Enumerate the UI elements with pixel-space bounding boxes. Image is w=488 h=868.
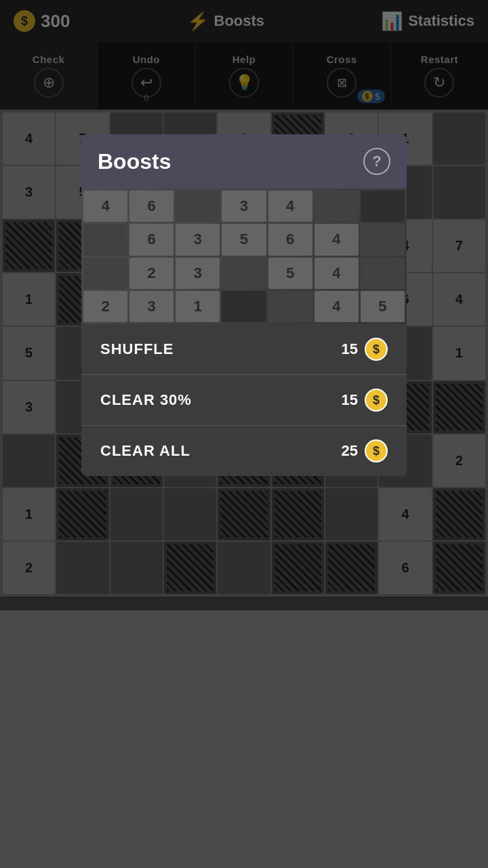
modal-bg-cell xyxy=(268,291,312,322)
modal-bg-cell xyxy=(222,291,266,322)
clearall-price-coin: $ xyxy=(365,439,388,462)
clear30-price-value: 15 xyxy=(342,391,358,409)
shuffle-boost-price: 15 $ xyxy=(342,338,388,361)
modal-bg-cell: 4 xyxy=(314,224,359,255)
modal-bg-cell: 6 xyxy=(129,224,174,255)
modal-header: Boosts ? xyxy=(81,134,407,189)
modal-bg-cell: 3 xyxy=(129,291,174,322)
clearall-price-value: 25 xyxy=(342,442,358,460)
bottom-area xyxy=(0,610,488,868)
modal-bg-cell xyxy=(222,258,266,289)
modal-bg-cell: 2 xyxy=(83,291,127,322)
clear30-price-coin: $ xyxy=(365,389,388,412)
modal-bg-cell: 5 xyxy=(222,224,266,255)
clear30-boost-option[interactable]: CLEAR 30% 15 $ xyxy=(81,375,407,426)
shuffle-price-value: 15 xyxy=(342,340,358,358)
modal-bg-cell: 3 xyxy=(222,191,266,222)
clearall-coin-symbol: $ xyxy=(373,444,380,458)
modal-background-grid: 463463564235423145 xyxy=(81,189,407,324)
modal-help-icon: ? xyxy=(372,153,381,170)
boosts-modal: Boosts ? 463463564235423145 SHUFFLE 15 $ xyxy=(81,134,407,476)
modal-bg-cell: 6 xyxy=(129,191,174,222)
modal-overlay: Boosts ? 463463564235423145 SHUFFLE 15 $ xyxy=(0,0,488,610)
modal-bg-cell: 6 xyxy=(268,224,312,255)
clear30-boost-label: CLEAR 30% xyxy=(100,391,192,409)
modal-bg-cell: 4 xyxy=(314,291,359,322)
modal-bg-cell: 5 xyxy=(268,258,312,289)
modal-help-button[interactable]: ? xyxy=(363,148,390,175)
clear30-boost-price: 15 $ xyxy=(342,389,388,412)
modal-bg-cell: 3 xyxy=(176,258,220,289)
modal-bg-cell: 4 xyxy=(268,191,312,222)
modal-actions: SHUFFLE 15 $ CLEAR 30% 15 $ CL xyxy=(81,324,407,476)
modal-bg-cell xyxy=(176,191,220,222)
clear30-coin-symbol: $ xyxy=(373,393,380,408)
modal-bg-cell xyxy=(83,258,127,289)
modal-bg-cell xyxy=(361,191,405,222)
clearall-boost-price: 25 $ xyxy=(342,439,388,462)
modal-bg-cell: 3 xyxy=(176,224,220,255)
shuffle-price-coin: $ xyxy=(365,338,388,361)
modal-bg-cell xyxy=(314,191,359,222)
modal-bg-cell xyxy=(361,258,405,289)
modal-bg-cell: 2 xyxy=(129,258,174,289)
modal-bg-cell: 5 xyxy=(361,291,405,322)
clearall-boost-label: CLEAR ALL xyxy=(100,442,190,460)
shuffle-boost-label: SHUFFLE xyxy=(100,340,174,358)
modal-bg-cell: 4 xyxy=(314,258,359,289)
modal-bg-cell xyxy=(361,224,405,255)
modal-bg-cell: 1 xyxy=(176,291,220,322)
modal-bg-cell: 4 xyxy=(83,191,127,222)
modal-bg-cell xyxy=(83,224,127,255)
clearall-boost-option[interactable]: CLEAR ALL 25 $ xyxy=(81,426,407,476)
modal-title: Boosts xyxy=(98,149,171,174)
shuffle-boost-option[interactable]: SHUFFLE 15 $ xyxy=(81,324,407,375)
shuffle-coin-symbol: $ xyxy=(373,342,380,357)
